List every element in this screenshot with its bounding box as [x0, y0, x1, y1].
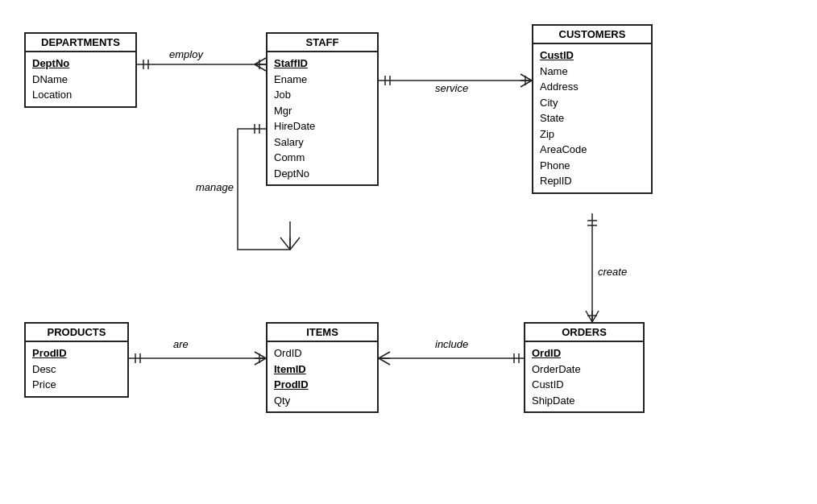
entity-items-title: ITEMS — [267, 324, 377, 342]
field-staffid: StaffID — [274, 56, 371, 72]
field-job: Job — [274, 87, 371, 103]
entity-staff-body: StaffID Ename Job Mgr HireDate Salary Co… — [267, 52, 377, 184]
entity-orders: ORDERS OrdID OrderDate CustID ShipDate — [524, 322, 645, 413]
entity-orders-title: ORDERS — [525, 324, 643, 342]
entity-products-title: PRODUCTS — [26, 324, 127, 342]
svg-line-31 — [255, 358, 266, 365]
field-custid: CustID — [540, 48, 645, 64]
field-ordid-orders: OrdID — [532, 345, 637, 361]
entity-customers-title: CUSTOMERS — [533, 26, 651, 44]
svg-line-15 — [520, 74, 532, 81]
entity-staff: STAFF StaffID Ename Job Mgr HireDate Sal… — [266, 32, 379, 186]
field-replid: ReplID — [540, 173, 645, 189]
label-include: include — [435, 338, 468, 350]
field-phone: Phone — [540, 158, 645, 174]
label-manage: manage — [196, 181, 234, 193]
svg-line-34 — [379, 352, 390, 358]
label-service: service — [435, 82, 468, 94]
field-city: City — [540, 95, 645, 111]
field-salary: Salary — [274, 134, 371, 151]
entity-customers: CUSTOMERS CustID Name Address City State… — [532, 24, 653, 194]
field-desc: Desc — [32, 361, 121, 378]
svg-line-24 — [592, 311, 599, 322]
field-qty: Qty — [274, 393, 371, 409]
field-deptno-staff: DeptNo — [274, 166, 371, 182]
field-mgr: Mgr — [274, 103, 371, 119]
entity-departments-title: DEPARTMENTS — [26, 34, 135, 52]
label-are: are — [173, 338, 189, 350]
label-create: create — [598, 266, 627, 278]
field-zip: Zip — [540, 126, 645, 143]
entity-departments-body: DeptNo DName Location — [26, 52, 135, 106]
field-address: Address — [540, 79, 645, 95]
field-itemid: ItemID — [274, 361, 371, 378]
entity-staff-title: STAFF — [267, 34, 377, 52]
field-prodid-items: ProdID — [274, 377, 371, 393]
entity-products-body: ProdID Desc Price — [26, 342, 127, 396]
svg-line-29 — [255, 352, 266, 358]
field-deptno: DeptNo — [32, 56, 129, 72]
diagram-container: DEPARTMENTS DeptNo DName Location STAFF … — [0, 0, 817, 504]
field-ordid-items: OrdID — [274, 345, 371, 361]
entity-items-body: OrdID ItemID ProdID Qty — [267, 342, 377, 411]
field-shipdate: ShipDate — [532, 393, 637, 409]
field-comm: Comm — [274, 150, 371, 166]
svg-line-3 — [255, 58, 266, 64]
entity-products: PRODUCTS ProdID Desc Price — [24, 322, 129, 398]
svg-line-22 — [586, 311, 592, 322]
field-custid-orders: CustID — [532, 377, 637, 393]
field-dname: DName — [32, 72, 129, 88]
field-name: Name — [540, 64, 645, 80]
field-state: State — [540, 110, 645, 126]
entity-customers-body: CustID Name Address City State Zip AreaC… — [533, 44, 651, 192]
entity-departments: DEPARTMENTS DeptNo DName Location — [24, 32, 137, 108]
field-hiredate: HireDate — [274, 118, 371, 134]
svg-line-17 — [520, 81, 532, 87]
svg-line-36 — [379, 358, 390, 365]
field-prodid: ProdID — [32, 345, 121, 361]
field-orderdate: OrderDate — [532, 361, 637, 378]
label-employ: employ — [169, 48, 203, 60]
entity-orders-body: OrdID OrderDate CustID ShipDate — [525, 342, 643, 411]
field-areacode: AreaCode — [540, 142, 645, 158]
field-location: Location — [32, 87, 129, 103]
entity-items: ITEMS OrdID ItemID ProdID Qty — [266, 322, 379, 413]
svg-line-11 — [290, 238, 300, 250]
field-ename: Ename — [274, 72, 371, 88]
field-price: Price — [32, 377, 121, 393]
svg-line-9 — [280, 238, 290, 250]
svg-line-5 — [255, 64, 266, 71]
